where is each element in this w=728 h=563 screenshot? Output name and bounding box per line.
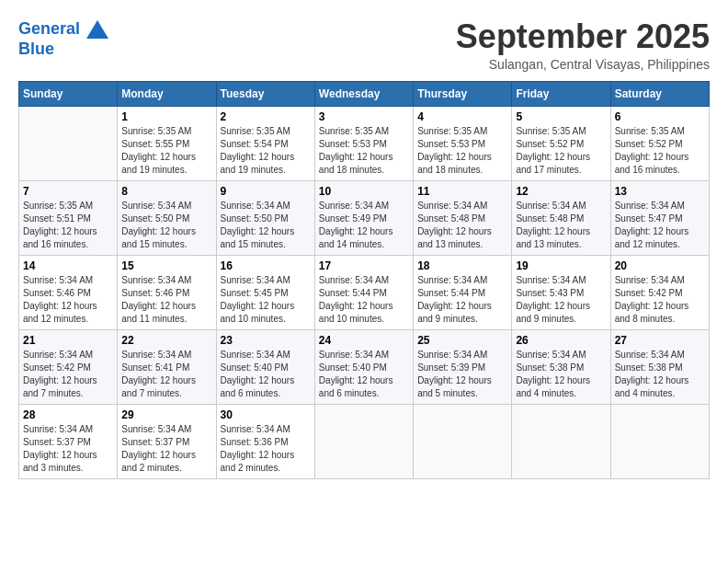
calendar-cell: 4Sunrise: 5:35 AM Sunset: 5:53 PM Daylig… xyxy=(414,106,512,180)
day-info: Sunrise: 5:34 AM Sunset: 5:38 PM Dayligh… xyxy=(615,349,705,400)
calendar-cell: 11Sunrise: 5:34 AM Sunset: 5:48 PM Dayli… xyxy=(414,180,512,255)
calendar-cell: 20Sunrise: 5:34 AM Sunset: 5:42 PM Dayli… xyxy=(610,255,709,329)
day-info: Sunrise: 5:34 AM Sunset: 5:50 PM Dayligh… xyxy=(221,200,311,251)
day-number: 17 xyxy=(319,259,409,272)
day-info: Sunrise: 5:34 AM Sunset: 5:37 PM Dayligh… xyxy=(121,423,211,475)
calendar-cell: 26Sunrise: 5:34 AM Sunset: 5:38 PM Dayli… xyxy=(512,329,610,404)
calendar-body: 1Sunrise: 5:35 AM Sunset: 5:55 PM Daylig… xyxy=(19,106,710,478)
calendar-cell: 27Sunrise: 5:34 AM Sunset: 5:38 PM Dayli… xyxy=(610,329,709,404)
day-info: Sunrise: 5:35 AM Sunset: 5:53 PM Dayligh… xyxy=(319,125,409,177)
weekday-header-cell: Saturday xyxy=(610,81,709,106)
calendar-cell: 21Sunrise: 5:34 AM Sunset: 5:42 PM Dayli… xyxy=(19,329,118,404)
day-info: Sunrise: 5:35 AM Sunset: 5:54 PM Dayligh… xyxy=(221,125,311,177)
weekday-header-row: SundayMondayTuesdayWednesdayThursdayFrid… xyxy=(19,81,710,106)
day-info: Sunrise: 5:34 AM Sunset: 5:48 PM Dayligh… xyxy=(516,200,606,251)
weekday-header-cell: Tuesday xyxy=(216,81,314,106)
day-number: 11 xyxy=(417,185,507,198)
title-block: September 2025 Sulangan, Central Visayas… xyxy=(456,18,710,72)
logo: General Blue xyxy=(18,18,108,59)
calendar-cell: 23Sunrise: 5:34 AM Sunset: 5:40 PM Dayli… xyxy=(216,329,314,404)
calendar-cell xyxy=(414,404,512,478)
day-number: 1 xyxy=(121,110,211,123)
calendar-cell: 25Sunrise: 5:34 AM Sunset: 5:39 PM Dayli… xyxy=(414,329,512,404)
day-number: 13 xyxy=(615,185,705,198)
calendar-cell: 13Sunrise: 5:34 AM Sunset: 5:47 PM Dayli… xyxy=(610,180,709,255)
calendar-cell: 8Sunrise: 5:34 AM Sunset: 5:50 PM Daylig… xyxy=(118,180,216,255)
calendar-cell: 2Sunrise: 5:35 AM Sunset: 5:54 PM Daylig… xyxy=(216,106,314,180)
day-number: 24 xyxy=(319,334,409,347)
calendar-row: 1Sunrise: 5:35 AM Sunset: 5:55 PM Daylig… xyxy=(19,106,710,180)
day-info: Sunrise: 5:35 AM Sunset: 5:52 PM Dayligh… xyxy=(615,125,705,177)
calendar-cell: 9Sunrise: 5:34 AM Sunset: 5:50 PM Daylig… xyxy=(216,180,314,255)
calendar-cell: 22Sunrise: 5:34 AM Sunset: 5:41 PM Dayli… xyxy=(118,329,216,404)
day-number: 3 xyxy=(319,110,409,123)
logo-icon xyxy=(86,18,108,40)
month-title: September 2025 xyxy=(456,18,710,55)
weekday-header-cell: Sunday xyxy=(19,81,118,106)
day-info: Sunrise: 5:34 AM Sunset: 5:49 PM Dayligh… xyxy=(319,200,409,251)
day-info: Sunrise: 5:34 AM Sunset: 5:42 PM Dayligh… xyxy=(23,349,113,400)
day-number: 10 xyxy=(319,185,409,198)
calendar-cell: 3Sunrise: 5:35 AM Sunset: 5:53 PM Daylig… xyxy=(314,106,413,180)
day-info: Sunrise: 5:34 AM Sunset: 5:45 PM Dayligh… xyxy=(221,274,311,326)
day-number: 21 xyxy=(23,334,113,347)
day-number: 22 xyxy=(121,334,211,347)
calendar-cell: 6Sunrise: 5:35 AM Sunset: 5:52 PM Daylig… xyxy=(610,106,709,180)
day-info: Sunrise: 5:34 AM Sunset: 5:40 PM Dayligh… xyxy=(319,349,409,400)
day-number: 15 xyxy=(121,259,211,272)
day-number: 25 xyxy=(417,334,507,347)
day-info: Sunrise: 5:35 AM Sunset: 5:51 PM Dayligh… xyxy=(23,200,113,251)
weekday-header-cell: Thursday xyxy=(414,81,512,106)
calendar-cell xyxy=(610,404,709,478)
calendar-cell xyxy=(512,404,610,478)
day-number: 30 xyxy=(221,408,311,421)
calendar-row: 28Sunrise: 5:34 AM Sunset: 5:37 PM Dayli… xyxy=(19,404,710,478)
page-header: General Blue September 2025 Sulangan, Ce… xyxy=(18,18,710,72)
day-info: Sunrise: 5:34 AM Sunset: 5:39 PM Dayligh… xyxy=(417,349,507,400)
day-info: Sunrise: 5:34 AM Sunset: 5:36 PM Dayligh… xyxy=(221,423,311,475)
svg-marker-0 xyxy=(86,20,108,39)
calendar-cell: 18Sunrise: 5:34 AM Sunset: 5:44 PM Dayli… xyxy=(414,255,512,329)
calendar-cell: 5Sunrise: 5:35 AM Sunset: 5:52 PM Daylig… xyxy=(512,106,610,180)
calendar-cell: 17Sunrise: 5:34 AM Sunset: 5:44 PM Dayli… xyxy=(314,255,413,329)
calendar-cell: 12Sunrise: 5:34 AM Sunset: 5:48 PM Dayli… xyxy=(512,180,610,255)
day-number: 7 xyxy=(23,185,113,198)
day-info: Sunrise: 5:34 AM Sunset: 5:37 PM Dayligh… xyxy=(23,423,113,475)
day-info: Sunrise: 5:34 AM Sunset: 5:38 PM Dayligh… xyxy=(516,349,606,400)
day-info: Sunrise: 5:34 AM Sunset: 5:47 PM Dayligh… xyxy=(615,200,705,251)
day-number: 16 xyxy=(221,259,311,272)
day-info: Sunrise: 5:34 AM Sunset: 5:50 PM Dayligh… xyxy=(121,200,211,251)
day-info: Sunrise: 5:34 AM Sunset: 5:46 PM Dayligh… xyxy=(121,274,211,326)
day-info: Sunrise: 5:34 AM Sunset: 5:40 PM Dayligh… xyxy=(221,349,311,400)
weekday-header-cell: Monday xyxy=(118,81,216,106)
location: Sulangan, Central Visayas, Philippines xyxy=(456,57,710,72)
weekday-header-cell: Wednesday xyxy=(314,81,413,106)
day-info: Sunrise: 5:34 AM Sunset: 5:43 PM Dayligh… xyxy=(516,274,606,326)
day-number: 18 xyxy=(417,259,507,272)
day-info: Sunrise: 5:34 AM Sunset: 5:48 PM Dayligh… xyxy=(417,200,507,251)
calendar-cell: 1Sunrise: 5:35 AM Sunset: 5:55 PM Daylig… xyxy=(118,106,216,180)
calendar-cell: 15Sunrise: 5:34 AM Sunset: 5:46 PM Dayli… xyxy=(118,255,216,329)
day-number: 20 xyxy=(615,259,705,272)
day-number: 28 xyxy=(23,408,113,421)
day-number: 29 xyxy=(121,408,211,421)
day-number: 2 xyxy=(221,110,311,123)
logo-text: General Blue xyxy=(18,18,108,59)
calendar-cell xyxy=(19,106,118,180)
calendar-cell xyxy=(314,404,413,478)
calendar-cell: 19Sunrise: 5:34 AM Sunset: 5:43 PM Dayli… xyxy=(512,255,610,329)
day-number: 6 xyxy=(615,110,705,123)
day-info: Sunrise: 5:35 AM Sunset: 5:52 PM Dayligh… xyxy=(516,125,606,177)
day-number: 27 xyxy=(615,334,705,347)
calendar-row: 21Sunrise: 5:34 AM Sunset: 5:42 PM Dayli… xyxy=(19,329,710,404)
day-number: 19 xyxy=(516,259,606,272)
weekday-header-cell: Friday xyxy=(512,81,610,106)
calendar-cell: 10Sunrise: 5:34 AM Sunset: 5:49 PM Dayli… xyxy=(314,180,413,255)
day-number: 5 xyxy=(516,110,606,123)
calendar-cell: 30Sunrise: 5:34 AM Sunset: 5:36 PM Dayli… xyxy=(216,404,314,478)
calendar-cell: 29Sunrise: 5:34 AM Sunset: 5:37 PM Dayli… xyxy=(118,404,216,478)
day-number: 4 xyxy=(417,110,507,123)
day-info: Sunrise: 5:34 AM Sunset: 5:42 PM Dayligh… xyxy=(615,274,705,326)
day-number: 14 xyxy=(23,259,113,272)
day-info: Sunrise: 5:34 AM Sunset: 5:44 PM Dayligh… xyxy=(319,274,409,326)
